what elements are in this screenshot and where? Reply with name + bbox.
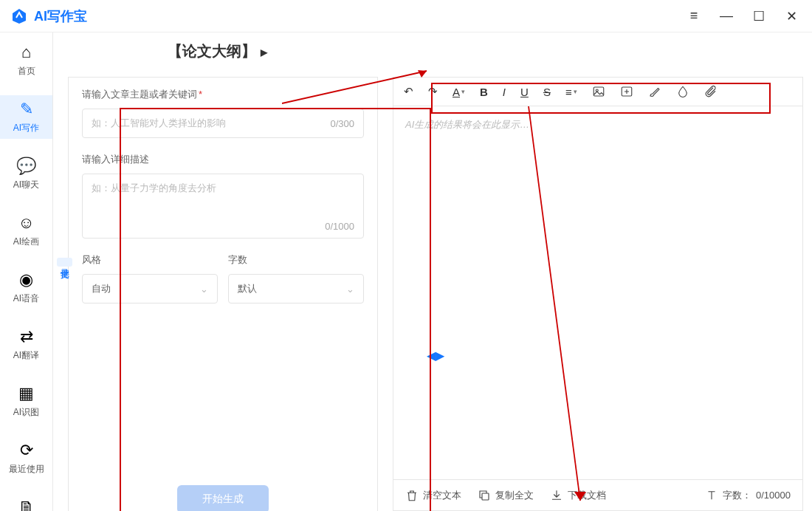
word-count: 字数：0/10000: [705, 489, 791, 502]
chevron-down-icon: ⌄: [346, 284, 354, 295]
detail-label: 请输入详细描述: [82, 153, 364, 166]
svg-rect-3: [482, 493, 489, 500]
text-icon: [705, 489, 718, 502]
link-icon: [620, 85, 633, 98]
length-label: 字数: [228, 253, 364, 267]
required-mark: *: [199, 89, 202, 100]
brush-button[interactable]: [648, 85, 661, 98]
font-color-button[interactable]: A: [453, 86, 465, 98]
drop-button[interactable]: [676, 85, 689, 98]
topic-counter: 0/300: [330, 118, 354, 129]
topic-input[interactable]: 如：人工智能对人类择业的影响 0/300: [82, 109, 364, 138]
history-pill[interactable]: 文件记录: [57, 258, 72, 267]
strikethrough-button[interactable]: S: [543, 86, 551, 98]
voice-icon: ◉: [19, 270, 33, 289]
translate-icon: ⇄: [20, 327, 33, 346]
length-select[interactable]: 默认⌄: [228, 274, 364, 303]
download-button[interactable]: 下载文档: [550, 489, 606, 502]
write-icon: ✎: [20, 100, 33, 119]
sidebar-item-write[interactable]: ✎AI写作: [0, 95, 52, 139]
italic-button[interactable]: I: [503, 86, 506, 98]
image-icon: ▦: [18, 384, 34, 403]
topic-label: 请输入文章主题或者关键词*: [82, 88, 364, 101]
brush-icon: [648, 85, 661, 98]
style-label: 风格: [82, 253, 218, 267]
home-icon: ⌂: [21, 43, 31, 62]
output-panel: ↶ ↷ A B I U S ≡ AI生成的结果将会在此显示… 清空文本 复制全文: [393, 77, 803, 511]
detail-placeholder: 如：从量子力学的角度去分析: [92, 182, 216, 193]
sidebar-item-home[interactable]: ⌂首页: [0, 38, 52, 82]
minimize-button[interactable]: —: [716, 8, 737, 24]
sidebar-item-label: AI翻译: [13, 349, 39, 362]
maximize-button[interactable]: ☐: [749, 8, 769, 24]
bottom-bar: 清空文本 复制全文 下载文档 字数：0/10000: [393, 480, 803, 511]
sidebar-item-label: AI绘画: [13, 236, 39, 248]
copy-icon: [478, 489, 491, 502]
resize-handle[interactable]: ◀▶: [427, 349, 444, 363]
image-icon: [592, 85, 605, 98]
link-button[interactable]: [620, 85, 633, 98]
sidebar-item-files[interactable]: 🗎我的文件: [0, 493, 52, 511]
sidebar-item-image[interactable]: ▦AI识图: [0, 380, 52, 423]
sidebar-item-label: AI聊天: [13, 179, 39, 191]
sidebar-item-voice[interactable]: ◉AI语音: [0, 266, 52, 309]
sidebar-item-chat[interactable]: 💬AI聊天: [0, 152, 52, 196]
droplet-icon: [676, 85, 689, 98]
output-area[interactable]: AI生成的结果将会在此显示…: [393, 106, 803, 480]
input-panel: 请输入文章主题或者关键词* 如：人工智能对人类择业的影响 0/300 请输入详细…: [68, 77, 378, 511]
recent-icon: ⟳: [20, 441, 33, 460]
sidebar-item-label: 首页: [18, 65, 35, 78]
detail-counter: 0/1000: [325, 221, 354, 232]
sidebar-item-translate[interactable]: ⇄AI翻译: [0, 323, 52, 366]
sidebar-item-draw[interactable]: ☺AI绘画: [0, 209, 52, 253]
topic-placeholder: 如：人工智能对人类择业的影响: [92, 117, 226, 130]
generate-button[interactable]: 开始生成: [177, 485, 269, 511]
sidebar: ⌂首页 ✎AI写作 💬AI聊天 ☺AI绘画 ◉AI语音 ⇄AI翻译 ▦AI识图 …: [0, 32, 53, 511]
underline-button[interactable]: U: [520, 86, 529, 98]
chat-icon: 💬: [16, 157, 36, 176]
bold-button[interactable]: B: [480, 86, 488, 98]
menu-button[interactable]: ≡: [684, 8, 704, 24]
titlebar: AI写作宝 ≡ — ☐ ✕: [0, 0, 812, 32]
undo-button[interactable]: ↶: [404, 85, 413, 98]
attach-button[interactable]: [704, 85, 718, 98]
output-placeholder: AI生成的结果将会在此显示…: [405, 119, 529, 130]
svg-rect-0: [593, 87, 604, 96]
clear-button[interactable]: 清空文本: [405, 489, 461, 502]
editor-toolbar: ↶ ↷ A B I U S ≡: [393, 77, 803, 106]
download-icon: [550, 489, 563, 502]
detail-input[interactable]: 如：从量子力学的角度去分析 0/1000: [82, 174, 364, 239]
app-name: AI写作宝: [34, 7, 87, 25]
sidebar-item-label: 最近使用: [9, 463, 44, 476]
trash-icon: [405, 489, 419, 502]
align-button[interactable]: ≡: [565, 86, 577, 98]
image-button[interactable]: [592, 85, 605, 98]
page-title[interactable]: 【论文大纲】: [168, 41, 267, 61]
files-icon: 🗎: [18, 498, 35, 511]
sidebar-item-label: AI语音: [13, 292, 39, 305]
app-logo: AI写作宝: [10, 7, 87, 25]
close-button[interactable]: ✕: [781, 8, 802, 24]
sidebar-item-label: AI写作: [13, 122, 39, 134]
redo-button[interactable]: ↷: [428, 85, 438, 98]
copy-button[interactable]: 复制全文: [478, 489, 534, 502]
style-select[interactable]: 自动⌄: [82, 274, 218, 303]
paperclip-icon: [704, 85, 718, 98]
sidebar-item-recent[interactable]: ⟳最近使用: [0, 436, 52, 480]
draw-icon: ☺: [18, 213, 34, 233]
window-controls: ≡ — ☐ ✕: [684, 8, 802, 24]
logo-icon: [10, 7, 28, 25]
chevron-down-icon: ⌄: [200, 284, 208, 295]
sidebar-item-label: AI识图: [13, 406, 39, 419]
